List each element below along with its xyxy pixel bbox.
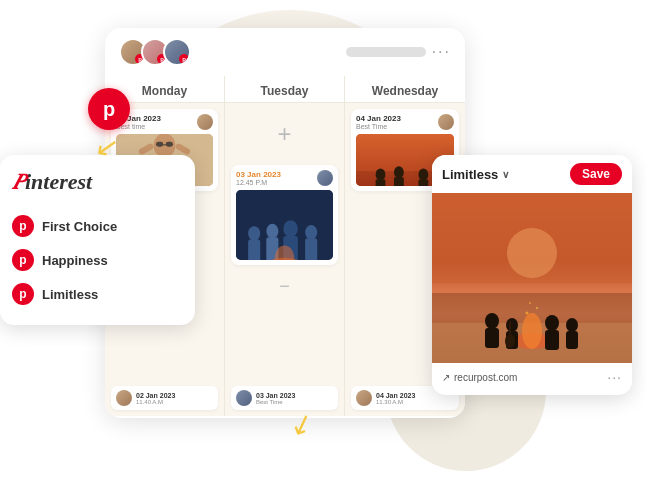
p-icon-limitless: p — [12, 283, 34, 305]
svg-rect-16 — [305, 238, 317, 260]
monday-footer-time: 11.40 A.M — [136, 399, 213, 405]
wednesday-top-avatar — [438, 114, 454, 130]
svg-rect-25 — [394, 177, 404, 186]
svg-rect-5 — [156, 142, 163, 147]
header-search-bar — [346, 47, 426, 57]
svg-point-46 — [536, 307, 538, 309]
photo-card-image — [432, 193, 632, 363]
avatar-group: p p p — [119, 38, 185, 66]
p-icon-first-choice: p — [12, 215, 34, 237]
scheduler-header: p p p ··· — [105, 28, 465, 76]
svg-point-9 — [248, 226, 260, 241]
wednesday-footer-time: 11.30 A.M — [376, 399, 454, 405]
svg-rect-7 — [163, 144, 165, 145]
svg-point-39 — [545, 315, 559, 331]
photo-card-title: Limitless ∨ — [442, 167, 509, 182]
first-choice-label: First Choice — [42, 219, 117, 234]
svg-point-22 — [376, 169, 386, 181]
svg-point-13 — [283, 220, 298, 237]
svg-point-34 — [522, 313, 542, 349]
monday-footer-date: 02 Jan 2023 — [136, 392, 213, 399]
photo-card-header: Limitless ∨ Save — [432, 155, 632, 193]
wednesday-top-date: 04 Jan 2023 — [356, 114, 401, 123]
tuesday-minus[interactable]: − — [231, 271, 338, 301]
tuesday-footer-sub: Best Time — [256, 399, 333, 405]
footer-dots-menu[interactable]: ··· — [607, 369, 622, 385]
pinterest-logo: 𝑃interest — [12, 169, 183, 195]
tuesday-footer-avatar — [236, 390, 252, 406]
svg-point-41 — [566, 318, 578, 332]
svg-rect-6 — [166, 142, 173, 147]
tuesday-top-plus[interactable]: + — [231, 109, 338, 159]
wednesday-header: Wednesday — [345, 76, 465, 103]
svg-point-11 — [266, 224, 278, 239]
monday-footer-avatar — [116, 390, 132, 406]
tuesday-footer-date: 03 Jan 2023 — [256, 392, 333, 399]
svg-point-47 — [529, 302, 531, 304]
svg-rect-36 — [485, 328, 499, 348]
tuesday-mid-avatar — [317, 170, 333, 186]
svg-point-15 — [305, 225, 317, 240]
limitless-label: Limitless — [42, 287, 98, 302]
photo-card: Limitless ∨ Save — [432, 155, 632, 395]
svg-rect-27 — [418, 180, 428, 186]
svg-rect-42 — [566, 331, 578, 349]
svg-point-30 — [507, 228, 557, 278]
pinterest-floating-badge: p — [88, 88, 130, 130]
photo-card-title-text: Limitless — [442, 167, 498, 182]
avatar-3: p — [163, 38, 191, 66]
pinterest-item-first-choice[interactable]: p First Choice — [12, 209, 183, 243]
tuesday-column: Tuesday + 03 Jan 2023 12.45 P.M — [225, 76, 345, 416]
save-button[interactable]: Save — [570, 163, 622, 185]
photo-card-footer: ↗ recurpost.com ··· — [432, 363, 632, 391]
monday-footer-item: 02 Jan 2023 11.40 A.M — [111, 386, 218, 410]
svg-rect-10 — [248, 240, 260, 260]
pinterest-p: 𝑃 — [12, 169, 25, 194]
svg-rect-40 — [545, 330, 559, 350]
tuesday-header: Tuesday — [225, 76, 344, 103]
tuesday-band-photo — [236, 190, 333, 260]
chevron-down-icon: ∨ — [502, 169, 509, 180]
monday-top-avatar — [197, 114, 213, 130]
p-icon-happiness: p — [12, 249, 34, 271]
tuesday-body: + 03 Jan 2023 12.45 P.M — [225, 103, 344, 416]
wednesday-footer-avatar — [356, 390, 372, 406]
svg-rect-23 — [376, 180, 386, 186]
tuesday-footer-item: 03 Jan 2023 Best Time — [231, 386, 338, 410]
tuesday-mid-time: 12.45 P.M — [236, 179, 281, 186]
happiness-label: Happiness — [42, 253, 108, 268]
header-dots-menu[interactable]: ··· — [432, 43, 451, 61]
pinterest-item-happiness[interactable]: p Happiness — [12, 243, 183, 277]
svg-point-35 — [485, 313, 499, 329]
recurpost-link[interactable]: ↗ recurpost.com — [442, 372, 517, 383]
pinterest-item-limitless[interactable]: p Limitless — [12, 277, 183, 311]
svg-point-26 — [418, 169, 428, 181]
recurpost-link-text: recurpost.com — [454, 372, 517, 383]
wednesday-top-sub: Best Time — [356, 123, 401, 130]
svg-point-24 — [394, 166, 404, 178]
link-icon: ↗ — [442, 372, 450, 383]
tuesday-mid-item: 03 Jan 2023 12.45 P.M — [231, 165, 338, 265]
svg-point-37 — [506, 318, 518, 332]
pinterest-panel: 𝑃interest p First Choice p Happiness p L… — [0, 155, 195, 325]
p-letter: p — [103, 98, 115, 121]
svg-point-45 — [526, 312, 529, 315]
tuesday-mid-date: 03 Jan 2023 — [236, 170, 281, 179]
svg-rect-44 — [509, 321, 511, 343]
p-badge-3: p — [179, 54, 189, 64]
